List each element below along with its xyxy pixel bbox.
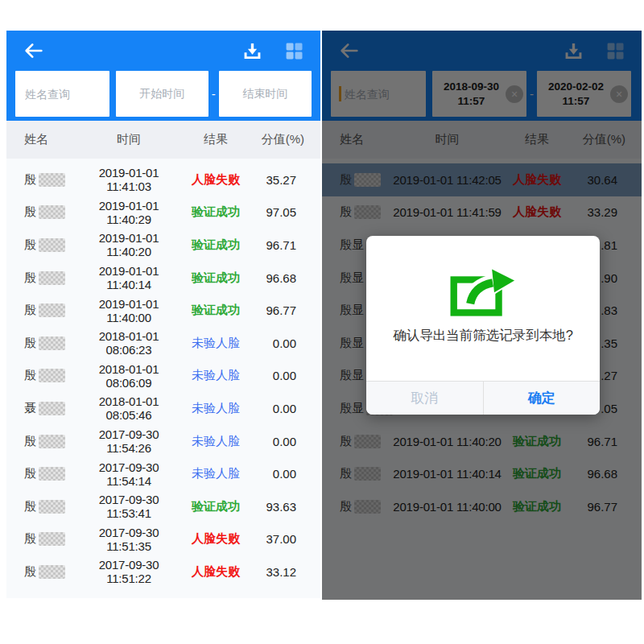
row-name: 殷: [6, 531, 77, 547]
row-score: 0.00: [251, 402, 320, 415]
table-row[interactable]: 殷2019-01-01 11:40:00验证成功96.77: [6, 294, 320, 327]
date-range-separator: -: [208, 71, 219, 117]
app-header: 开始时间 - 结束时间: [6, 31, 320, 121]
row-name: 殷: [6, 466, 77, 481]
row-name: 殷: [6, 303, 77, 318]
export-confirm-dialog: 确认导出当前筛选记录到本地? 取消 确定: [366, 236, 600, 415]
table-row[interactable]: 殷2019-01-01 11:41:03人脸失败35.27: [6, 163, 320, 196]
blurred-name-mosaic: [39, 467, 65, 481]
blurred-name-mosaic: [39, 532, 65, 546]
export-button[interactable]: [242, 40, 263, 62]
row-score: 93.63: [251, 500, 320, 514]
row-time: 2018-01-01 08:06:09: [77, 362, 180, 390]
blurred-name-mosaic: [39, 238, 65, 252]
table-row[interactable]: 殷2017-09-30 11:51:22人脸失败33.12: [6, 555, 320, 588]
row-name: 殷: [6, 237, 77, 253]
table-row[interactable]: 殷2017-09-30 11:54:26未验人脸0.00: [6, 425, 320, 458]
records-list: 殷2019-01-01 11:41:03人脸失败35.27殷2019-01-01…: [6, 159, 320, 588]
back-button[interactable]: [23, 39, 45, 62]
row-time: 2019-01-01 11:40:00: [77, 297, 180, 324]
row-score: 0.00: [251, 369, 320, 382]
row-name: 殷: [6, 204, 77, 220]
row-score: 0.00: [251, 336, 320, 350]
blurred-name-mosaic: [39, 565, 65, 579]
start-time-field[interactable]: 开始时间: [116, 71, 208, 117]
download-icon: [242, 40, 263, 62]
row-score: 0.00: [251, 435, 320, 448]
name-search-input[interactable]: [23, 87, 101, 101]
dialog-footer: 取消 确定: [366, 381, 600, 415]
row-score: 96.71: [251, 238, 320, 252]
table-row[interactable]: 殷2018-01-01 08:06:23未验人脸0.00: [6, 327, 320, 360]
row-result: 验证成功: [180, 270, 251, 286]
row-time: 2019-01-01 11:40:14: [77, 264, 180, 291]
header-name: 姓名: [6, 132, 77, 147]
filter-bar: 开始时间 - 结束时间: [6, 71, 320, 121]
blurred-name-mosaic: [39, 435, 65, 448]
row-result: 未验人脸: [180, 434, 251, 449]
row-result: 人脸失败: [180, 531, 251, 547]
back-arrow-icon: [23, 39, 45, 62]
table-row[interactable]: 殷2019-01-01 11:40:29验证成功97.05: [6, 196, 320, 229]
row-score: 0.00: [251, 467, 320, 481]
table-row[interactable]: 殷2019-01-01 11:40:14验证成功96.68: [6, 262, 320, 295]
records-screen-filtered: 2018-09-30 11:57 × - 2020-02-02 11:57 × …: [322, 31, 642, 600]
row-score: 35.27: [251, 173, 320, 187]
grid-icon: [284, 41, 304, 61]
row-name: 殷: [6, 336, 77, 351]
table-row[interactable]: 殷2017-09-30 11:54:14未验人脸0.00: [6, 457, 320, 490]
row-result: 未验人脸: [180, 368, 251, 383]
table-row[interactable]: 殷2017-09-30 11:53:41验证成功93.63: [6, 490, 320, 523]
row-name: 殷: [6, 172, 77, 188]
grid-view-button[interactable]: [284, 41, 304, 61]
row-time: 2018-01-01 08:06:23: [77, 329, 180, 357]
row-name: 殷: [6, 270, 77, 286]
row-score: 33.12: [251, 565, 320, 579]
records-screen-unfiltered: 开始时间 - 结束时间 姓名 时间 结果 分值(%) 殷2019-01-01 1…: [6, 31, 320, 598]
table-header: 姓名 时间 结果 分值(%): [6, 121, 320, 159]
row-time: 2017-09-30 11:53:41: [77, 493, 180, 520]
blurred-name-mosaic: [39, 336, 65, 350]
row-result: 未验人脸: [180, 466, 251, 481]
screenshot-canvas: 开始时间 - 结束时间 姓名 时间 结果 分值(%) 殷2019-01-01 1…: [0, 0, 644, 644]
row-time: 2017-09-30 11:51:22: [77, 558, 180, 585]
row-result: 人脸失败: [180, 564, 251, 580]
row-time: 2017-09-30 11:51:35: [77, 526, 180, 553]
row-result: 验证成功: [180, 303, 251, 318]
row-name: 殷: [6, 368, 77, 383]
row-score: 97.05: [251, 205, 320, 219]
table-row[interactable]: 殷2019-01-01 11:40:20验证成功96.71: [6, 229, 320, 262]
row-time: 2017-09-30 11:54:26: [77, 427, 180, 455]
confirm-button[interactable]: 确定: [483, 382, 601, 415]
row-time: 2019-01-01 11:40:29: [77, 199, 180, 226]
blurred-name-mosaic: [39, 402, 65, 415]
blurred-name-mosaic: [39, 303, 65, 317]
table-row[interactable]: 殷2018-01-01 08:06:09未验人脸0.00: [6, 360, 320, 393]
row-score: 37.00: [251, 532, 320, 546]
row-name: 聂: [6, 401, 77, 416]
row-result: 未验人脸: [180, 401, 251, 416]
end-time-field[interactable]: 结束时间: [219, 71, 312, 117]
row-result: 验证成功: [180, 499, 251, 514]
cancel-button[interactable]: 取消: [366, 382, 483, 415]
start-time-placeholder: 开始时间: [139, 87, 184, 101]
row-result: 未验人脸: [180, 336, 251, 351]
end-time-placeholder: 结束时间: [242, 87, 287, 101]
row-name: 殷: [6, 564, 77, 580]
blurred-name-mosaic: [39, 500, 65, 514]
row-time: 2018-01-01 08:05:46: [77, 394, 180, 422]
table-row[interactable]: 聂2018-01-01 08:05:46未验人脸0.00: [6, 392, 320, 425]
row-result: 验证成功: [180, 204, 251, 220]
header-score: 分值(%): [251, 132, 320, 147]
row-result: 验证成功: [180, 237, 251, 253]
row-time: 2019-01-01 11:40:20: [77, 231, 180, 258]
name-search-field[interactable]: [15, 71, 109, 117]
row-score: 96.77: [251, 303, 320, 317]
table-row[interactable]: 殷2017-09-30 11:51:35人脸失败37.00: [6, 523, 320, 556]
blurred-name-mosaic: [39, 205, 65, 219]
row-name: 殷: [6, 434, 77, 449]
blurred-name-mosaic: [39, 369, 65, 382]
dialog-message: 确认导出当前筛选记录到本地?: [393, 327, 573, 345]
blurred-name-mosaic: [39, 173, 65, 187]
export-share-icon: [448, 263, 518, 317]
